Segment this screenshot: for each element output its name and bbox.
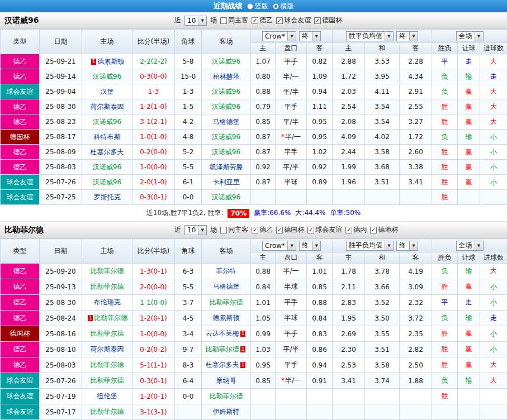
- home-team-link[interactable]: 比勒菲尔德: [91, 376, 124, 384]
- home-team-link[interactable]: 德累斯顿: [97, 58, 124, 65]
- match-score: 1-1(0-0): [140, 299, 167, 307]
- games-count-select[interactable]: 10▼: [184, 225, 207, 235]
- avg-away: [400, 190, 432, 205]
- away-team-link[interactable]: 云达不莱梅: [206, 330, 239, 337]
- home-team-cell: 科特布斯: [82, 130, 132, 145]
- checkbox-checked-icon[interactable]: ✓: [252, 227, 258, 233]
- away-team-link[interactable]: 柏林赫塔: [213, 73, 240, 80]
- match-row: 德乙25-09-13比勒菲尔德2-0(0-0)5-5马格德堡0.84半球0.85…: [1, 279, 507, 295]
- avg-draw: 3.95: [365, 69, 400, 84]
- result-wdl: 胜: [432, 326, 458, 342]
- avg-odds-select[interactable]: 胜平负均值▼: [346, 31, 394, 41]
- result-text: 胜: [442, 148, 448, 156]
- radio-icon[interactable]: [273, 3, 279, 9]
- away-team-link[interactable]: 凯泽斯劳滕: [210, 163, 243, 171]
- result-goals: 大: [480, 84, 507, 99]
- away-team-link[interactable]: 马格德堡: [213, 118, 240, 126]
- home-team-link[interactable]: 汉诺威96: [93, 178, 121, 186]
- odds-company-select[interactable]: Crow*▼: [262, 241, 296, 251]
- away-team-link[interactable]: 汉诺威96: [212, 88, 240, 96]
- col-away: 客场: [202, 30, 251, 54]
- home-team-link[interactable]: 科特布斯: [94, 133, 121, 141]
- games-label: 场: [210, 225, 217, 235]
- result-wdl: 胜: [432, 357, 458, 373]
- away-team-link[interactable]: 摩纳哥: [216, 376, 236, 384]
- odds-final-select[interactable]: 终▼: [299, 241, 321, 251]
- checkbox-checked-icon[interactable]: ✓: [252, 17, 258, 24]
- checkbox-checked-icon[interactable]: ✓: [345, 227, 352, 233]
- handicap-text: 平/半: [283, 163, 298, 171]
- result-wdl: 负: [432, 311, 458, 326]
- home-team-link[interactable]: 荷尔斯泰因: [91, 345, 124, 353]
- filter-checkbox[interactable]: ✓德地杯: [370, 225, 398, 235]
- score-cell: 3-1(3-1): [132, 404, 175, 420]
- home-team-link[interactable]: 比勒菲尔德: [91, 361, 124, 369]
- away-team-link[interactable]: 比勒菲尔德: [210, 298, 243, 306]
- checkbox-checked-icon[interactable]: ✓: [314, 17, 321, 24]
- league-type-badge: 德乙: [1, 357, 40, 373]
- away-team-link[interactable]: 菲尔特: [216, 267, 236, 275]
- checkbox-checked-icon[interactable]: ✓: [276, 227, 283, 233]
- filter-checkbox[interactable]: ✓德乙: [252, 225, 273, 235]
- avg-final-select[interactable]: 终▼: [396, 31, 418, 41]
- filter-checkbox[interactable]: ✓德国杯: [276, 225, 304, 235]
- home-team-link[interactable]: 布伦瑞克: [94, 298, 121, 306]
- layout-option-horizontal[interactable]: 横版: [273, 2, 294, 11]
- away-team-link[interactable]: 杜塞尔多夫: [206, 361, 239, 369]
- checkbox-checked-icon[interactable]: ✓: [276, 17, 283, 24]
- avg-draw: 3.51: [365, 175, 400, 190]
- home-team-link[interactable]: 比勒菲尔德: [94, 314, 127, 322]
- away-team-link[interactable]: 比勒菲尔德: [206, 345, 239, 353]
- result-text: 赢: [466, 178, 472, 186]
- checkbox-checked-icon[interactable]: ✓: [307, 227, 314, 233]
- away-team-link[interactable]: 德累斯顿: [213, 314, 240, 322]
- col-result-goals: 进球数: [480, 252, 507, 264]
- away-team-link[interactable]: 卡利亚里: [213, 178, 240, 186]
- checkbox-unchecked-icon[interactable]: [220, 227, 227, 233]
- odds-away: [307, 389, 333, 404]
- home-team-link[interactable]: 比勒菲尔德: [91, 283, 124, 290]
- filter-checkbox[interactable]: 同主客: [220, 225, 248, 235]
- layout-option-vertical[interactable]: 竖版: [247, 2, 268, 11]
- games-count-select[interactable]: 10▼: [184, 16, 207, 26]
- away-team-link[interactable]: 汉诺威96: [212, 193, 240, 201]
- home-team-link[interactable]: 比勒菲尔德: [91, 330, 124, 337]
- home-team-link[interactable]: 汉诺威96: [93, 73, 121, 80]
- fulltime-select[interactable]: 全场▼: [456, 31, 484, 41]
- filter-checkbox[interactable]: ✓球会友谊: [276, 16, 311, 25]
- away-team-link[interactable]: 汉诺威96: [212, 103, 240, 111]
- away-team-link[interactable]: 汉诺威96: [212, 58, 240, 65]
- home-team-link[interactable]: 比勒菲尔德: [91, 408, 124, 416]
- fulltime-select[interactable]: 全场▼: [456, 241, 484, 251]
- away-team-link[interactable]: 汉诺威96: [212, 133, 240, 141]
- filter-checkbox[interactable]: ✓德丙: [345, 225, 367, 235]
- checkbox-unchecked-icon[interactable]: [220, 17, 227, 24]
- home-team-link[interactable]: 杜塞尔多夫: [91, 148, 124, 156]
- checkbox-checked-icon[interactable]: ✓: [370, 227, 377, 233]
- filter-checkbox[interactable]: ✓德国杯: [314, 16, 342, 25]
- away-team-link[interactable]: 汉诺威96: [212, 148, 240, 156]
- avg-final-select[interactable]: 终▼: [396, 241, 418, 251]
- odds-final-select[interactable]: 终▼: [299, 31, 321, 41]
- filter-checkbox[interactable]: 同主客: [220, 16, 248, 25]
- home-team-link[interactable]: 比勒菲尔德: [91, 267, 124, 275]
- odds-company-select[interactable]: Crow*▼: [262, 31, 296, 41]
- avg-odds-select[interactable]: 胜平负均值▼: [346, 241, 394, 251]
- team-section-header: 比勒菲尔德 近10▼场同主客✓德乙✓德国杯✓球会友谊✓德丙✓德地杯: [0, 222, 507, 238]
- home-team-link[interactable]: 罗斯托克: [94, 193, 121, 201]
- home-team-link[interactable]: 纽伦堡: [97, 392, 117, 400]
- odds-handicap: 半/一: [276, 69, 307, 84]
- filter-checkbox[interactable]: ✓球会友谊: [307, 225, 342, 235]
- col-result-wdl: 胜负: [432, 43, 458, 54]
- away-team-link[interactable]: 比勒菲尔德: [210, 392, 243, 400]
- home-team-link[interactable]: 荷尔斯泰因: [91, 103, 124, 111]
- away-team-link[interactable]: 伊姆斯特: [213, 408, 240, 416]
- home-team-link[interactable]: 汉诺威96: [93, 163, 121, 171]
- radio-icon[interactable]: [247, 3, 253, 9]
- filter-checkbox[interactable]: ✓德乙: [252, 16, 273, 25]
- rank-badge: 1: [240, 362, 246, 368]
- home-team-link[interactable]: 汉堡: [101, 88, 114, 96]
- home-team-link[interactable]: 汉诺威96: [93, 118, 121, 126]
- home-team-cell: 汉诺威96: [82, 69, 132, 84]
- away-team-link[interactable]: 马格德堡: [213, 283, 240, 290]
